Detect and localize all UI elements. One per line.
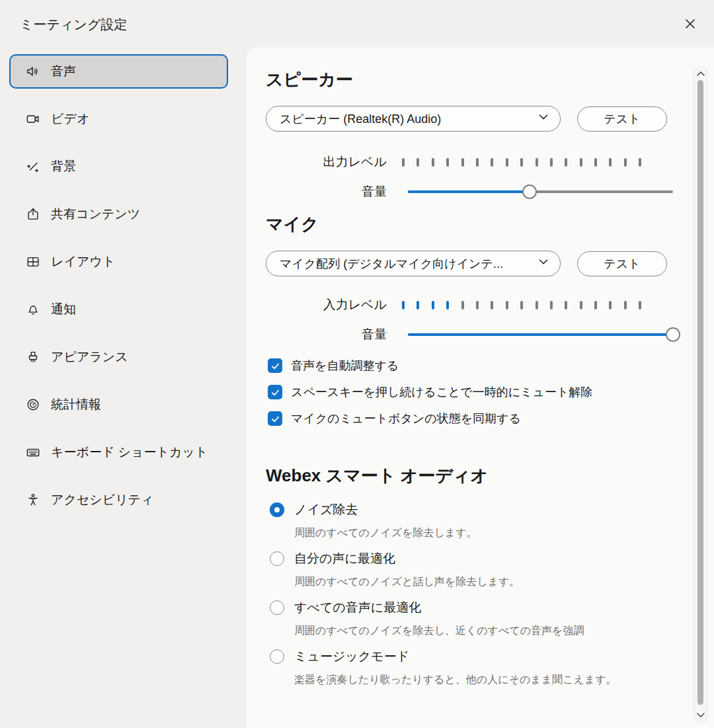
share-icon bbox=[25, 206, 41, 222]
speaker-section-heading: スピーカー bbox=[266, 67, 674, 91]
sidebar-item-label: キーボード ショートカット bbox=[51, 444, 208, 461]
radio-selected-icon[interactable] bbox=[270, 503, 284, 517]
slider-thumb[interactable] bbox=[522, 184, 537, 199]
paintbrush-icon bbox=[25, 349, 41, 365]
audio-option-checkboxes: 音声を自動調整するスペースキーを押し続けることで一時的にミュート解除マイクのミュ… bbox=[268, 357, 674, 427]
level-tick bbox=[446, 158, 449, 167]
titlebar: ミーティング設定 bbox=[0, 0, 714, 48]
close-button[interactable] bbox=[681, 16, 699, 34]
sidebar-item-label: アクセシビリティ bbox=[51, 491, 154, 508]
speaker-test-button[interactable]: テスト bbox=[577, 106, 667, 132]
audio-option-row[interactable]: スペースキーを押し続けることで一時的にミュート解除 bbox=[268, 384, 674, 401]
sidebar-item-8[interactable]: キーボード ショートカット bbox=[9, 435, 228, 469]
input-level-meter bbox=[402, 301, 641, 309]
scrollbar-thumb[interactable] bbox=[697, 80, 703, 705]
level-tick bbox=[565, 301, 567, 309]
scrollbar[interactable] bbox=[694, 66, 707, 723]
radio-unselected-icon[interactable] bbox=[270, 600, 284, 615]
smart-audio-option-row[interactable]: ノイズ除去 bbox=[270, 501, 674, 519]
level-tick bbox=[491, 301, 493, 309]
radio-description: 楽器を演奏したり歌ったりすると、他の人にそのまま聞こえます。 bbox=[294, 671, 674, 688]
sidebar-item-label: アピアランス bbox=[51, 348, 128, 366]
microphone-device-dropdown[interactable]: マイク配列 (デジタルマイク向けインテ... bbox=[266, 251, 561, 276]
audio-option-row[interactable]: マイクのミュートボタンの状態を同期する bbox=[268, 410, 674, 427]
statistics-icon bbox=[25, 397, 41, 413]
level-tick bbox=[432, 158, 434, 167]
level-tick bbox=[565, 158, 567, 167]
level-tick bbox=[446, 301, 449, 309]
level-tick bbox=[432, 301, 434, 309]
accessibility-icon bbox=[25, 492, 41, 508]
speaker-device-dropdown[interactable]: スピーカー (Realtek(R) Audio) bbox=[266, 106, 561, 132]
sidebar-item-1[interactable]: ビデオ bbox=[9, 102, 228, 136]
output-level-meter bbox=[402, 158, 641, 167]
level-tick bbox=[476, 158, 479, 167]
radio-label: ノイズ除去 bbox=[294, 501, 358, 518]
level-tick bbox=[609, 301, 612, 309]
sidebar-item-label: 通知 bbox=[51, 301, 76, 318]
sidebar-item-9[interactable]: アクセシビリティ bbox=[9, 483, 228, 517]
sidebar-item-4[interactable]: レイアウト bbox=[9, 245, 228, 279]
sidebar-item-label: 共有コンテンツ bbox=[51, 206, 140, 223]
microphone-test-button[interactable]: テスト bbox=[577, 251, 667, 276]
radio-unselected-icon[interactable] bbox=[270, 551, 284, 566]
checkbox-checked-icon[interactable] bbox=[268, 385, 282, 399]
scroll-up-icon[interactable] bbox=[694, 68, 707, 80]
sidebar-item-label: 背景 bbox=[51, 158, 76, 175]
microphone-device-value: マイク配列 (デジタルマイク向けインテ... bbox=[280, 256, 503, 272]
chevron-down-icon bbox=[536, 110, 551, 128]
radio-unselected-icon[interactable] bbox=[270, 649, 284, 664]
level-tick bbox=[520, 301, 523, 309]
sidebar-item-7[interactable]: 統計情報 bbox=[9, 387, 228, 422]
output-level-label: 出力レベル bbox=[266, 153, 387, 171]
radio-description: 周囲のすべてのノイズと話し声を除去します。 bbox=[294, 573, 674, 590]
sidebar-item-5[interactable]: 通知 bbox=[9, 292, 228, 327]
smart-audio-option-row[interactable]: ミュージックモード bbox=[270, 647, 674, 666]
chevron-down-icon bbox=[536, 255, 551, 272]
level-tick bbox=[594, 301, 597, 309]
sidebar-item-audio[interactable]: 音声 bbox=[9, 54, 228, 89]
speaker-icon bbox=[25, 63, 41, 79]
speaker-device-value: スピーカー (Realtek(R) Audio) bbox=[280, 111, 441, 127]
level-tick bbox=[461, 301, 464, 309]
checkbox-label: スペースキーを押し続けることで一時的にミュート解除 bbox=[291, 384, 592, 400]
sidebar-item-6[interactable]: アピアランス bbox=[9, 340, 228, 374]
level-tick bbox=[416, 301, 419, 309]
sidebar-item-3[interactable]: 共有コンテンツ bbox=[9, 197, 228, 231]
layout-grid-icon bbox=[25, 254, 41, 270]
level-tick bbox=[624, 158, 627, 167]
level-tick bbox=[416, 158, 419, 167]
level-tick bbox=[594, 158, 597, 167]
scroll-down-icon[interactable] bbox=[694, 709, 707, 721]
bell-icon bbox=[25, 302, 41, 317]
dialog-title: ミーティング設定 bbox=[20, 16, 127, 34]
level-tick bbox=[461, 158, 464, 167]
level-tick bbox=[624, 301, 627, 309]
level-tick bbox=[550, 301, 553, 309]
microphone-volume-slider[interactable] bbox=[408, 327, 673, 342]
smart-audio-option-row[interactable]: すべての音声に最適化 bbox=[270, 598, 674, 617]
radio-label: すべての音声に最適化 bbox=[294, 599, 421, 616]
sidebar-item-2[interactable]: 背景 bbox=[9, 149, 228, 184]
close-icon bbox=[684, 17, 697, 33]
level-tick bbox=[506, 158, 508, 167]
input-level-label: 入力レベル bbox=[266, 296, 387, 313]
level-tick bbox=[506, 301, 508, 309]
checkbox-label: マイクのミュートボタンの状態を同期する bbox=[291, 411, 521, 426]
level-tick bbox=[536, 301, 538, 309]
speaker-volume-slider[interactable] bbox=[408, 184, 673, 199]
sidebar-item-label: 音声 bbox=[51, 63, 76, 80]
smart-audio-options: ノイズ除去周囲のすべてのノイズを除去します。自分の声に最適化周囲のすべてのノイズ… bbox=[270, 501, 674, 688]
checkbox-checked-icon[interactable] bbox=[268, 411, 282, 426]
level-tick bbox=[580, 158, 582, 167]
radio-description: 周囲のすべてのノイズを除去し、近くのすべての音声を強調 bbox=[294, 622, 674, 639]
slider-thumb[interactable] bbox=[666, 327, 680, 342]
audio-option-row[interactable]: 音声を自動調整する bbox=[268, 357, 674, 374]
level-tick bbox=[491, 158, 493, 167]
smart-audio-option-row[interactable]: 自分の声に最適化 bbox=[270, 549, 674, 568]
keyboard-icon bbox=[25, 444, 41, 460]
smart-audio-heading: Webex スマート オーディオ bbox=[266, 464, 674, 487]
level-tick bbox=[639, 158, 641, 167]
checkbox-checked-icon[interactable] bbox=[268, 358, 282, 373]
sidebar-item-label: レイアウト bbox=[51, 253, 115, 270]
